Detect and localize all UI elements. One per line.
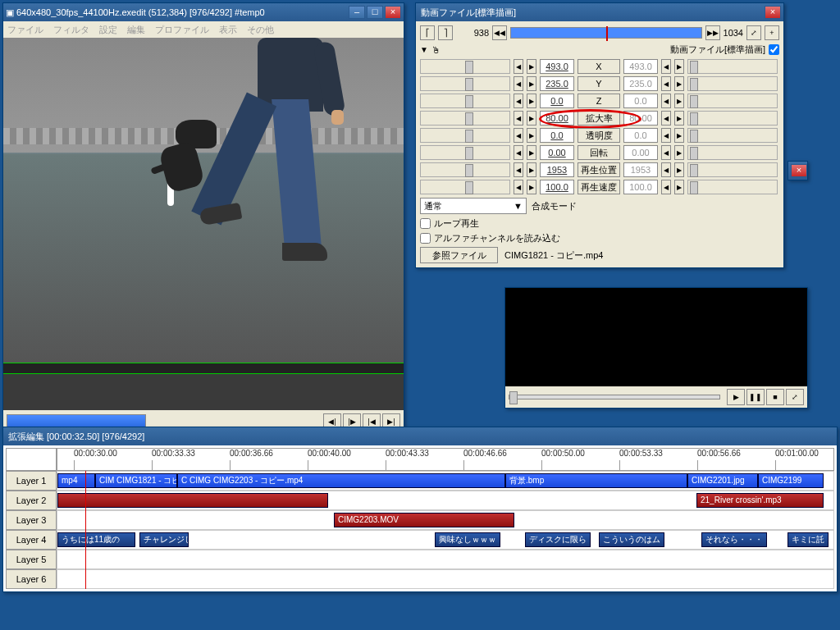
clip[interactable] — [57, 493, 328, 508]
param-label[interactable]: 再生位置 — [578, 162, 620, 177]
ref-file-button[interactable]: 参照ファイル — [420, 247, 498, 263]
layer-track[interactable] — [57, 550, 834, 569]
maximize-button[interactable]: □ — [367, 6, 383, 19]
slider-left[interactable] — [420, 111, 510, 126]
prop-close-button[interactable]: × — [765, 6, 781, 19]
inc-left[interactable]: ▶ — [527, 111, 536, 126]
param-label[interactable]: 拡大率 — [578, 111, 620, 126]
clip[interactable]: ディスクに限ら — [525, 532, 591, 547]
alpha-checkbox-row[interactable]: アルファチャンネルを読み込む — [420, 232, 779, 244]
clip[interactable]: CIMG2203.MOV — [334, 513, 514, 527]
frame-slider[interactable] — [510, 27, 702, 39]
layer-name[interactable]: Layer 6 — [6, 569, 57, 589]
stray-close[interactable]: × — [791, 164, 807, 177]
param-label[interactable]: Z — [578, 94, 620, 108]
dec-left[interactable]: ◀ — [514, 76, 523, 91]
value-right[interactable]: 100.0 — [623, 180, 658, 194]
slider-right[interactable] — [687, 128, 778, 143]
value-left[interactable]: 100.0 — [540, 180, 574, 194]
clip[interactable]: こういうのはム — [599, 532, 664, 547]
param-label[interactable]: Y — [578, 76, 620, 91]
slider-right[interactable] — [687, 111, 778, 126]
player2-display[interactable] — [505, 288, 807, 386]
inc-right[interactable]: ▶ — [674, 128, 684, 143]
dec-left[interactable]: ◀ — [514, 180, 523, 194]
layer-name[interactable]: Layer 1 — [6, 471, 57, 491]
clip[interactable]: チャレンジして — [139, 532, 189, 547]
slider-left[interactable] — [420, 76, 510, 91]
dec-left[interactable]: ◀ — [514, 162, 523, 177]
collapse-icon[interactable]: ▼ — [420, 45, 428, 54]
menu-edit[interactable]: 編集 — [127, 24, 145, 36]
trim-end-button[interactable]: ⎤ — [438, 25, 453, 40]
inc-right[interactable]: ▶ — [674, 94, 684, 108]
dec-right[interactable]: ◀ — [661, 145, 671, 160]
blend-mode-select[interactable]: 通常 ▼ — [420, 198, 527, 214]
inc-right[interactable]: ▶ — [674, 162, 684, 177]
dec-right[interactable]: ◀ — [661, 94, 671, 108]
value-right[interactable]: 80.00 — [623, 111, 658, 126]
inc-left[interactable]: ▶ — [527, 76, 536, 91]
alpha-checkbox[interactable] — [420, 233, 431, 244]
slider-left[interactable] — [420, 94, 510, 108]
slider-left[interactable] — [420, 59, 510, 74]
expand-button[interactable]: ⤢ — [746, 25, 761, 40]
clip[interactable]: 興味なしｗｗｗ — [435, 532, 500, 547]
loop-checkbox[interactable] — [420, 218, 431, 229]
inc-left[interactable]: ▶ — [527, 145, 536, 160]
inc-left[interactable]: ▶ — [527, 128, 536, 143]
layer-track[interactable]: mp4CIM CIMG1821 - コピC CIMG CIMG2203 - コピ… — [57, 471, 834, 491]
player2-slider[interactable] — [509, 395, 720, 399]
video-frame[interactable] — [3, 38, 404, 363]
dec-right[interactable]: ◀ — [661, 76, 671, 91]
loop-checkbox-row[interactable]: ループ再生 — [420, 217, 779, 230]
value-left[interactable]: 1953 — [540, 162, 574, 177]
menu-filter[interactable]: フィルタ — [53, 24, 89, 36]
slider-right[interactable] — [687, 94, 778, 108]
param-label[interactable]: 回転 — [578, 145, 620, 160]
inc-right[interactable]: ▶ — [674, 76, 684, 91]
value-left[interactable]: 0.0 — [540, 128, 574, 143]
layer-name[interactable]: Layer 2 — [6, 491, 57, 510]
dec-right[interactable]: ◀ — [661, 111, 671, 126]
param-label[interactable]: 透明度 — [578, 128, 620, 143]
frame-next[interactable]: ▶▶ — [705, 25, 720, 40]
dec-left[interactable]: ◀ — [514, 128, 523, 143]
fullscreen-button[interactable]: ⤢ — [786, 389, 804, 405]
slider-left[interactable] — [420, 180, 510, 194]
layer-track[interactable]: 21_River crossin'.mp3 — [57, 491, 834, 510]
inc-right[interactable]: ▶ — [674, 145, 684, 160]
slider-left[interactable] — [420, 145, 510, 160]
value-left[interactable]: 493.0 — [540, 59, 574, 74]
frame-prev[interactable]: ◀◀ — [492, 25, 507, 40]
value-right[interactable]: 0.00 — [623, 145, 658, 160]
clip[interactable]: C CIMG CIMG2203 - コピー.mp4 — [177, 473, 505, 488]
playhead[interactable] — [85, 471, 86, 589]
trim-start-button[interactable]: ⎡ — [420, 25, 435, 40]
clip[interactable]: CIM CIMG1821 - コピ — [95, 473, 177, 488]
value-right[interactable]: 1953 — [623, 162, 658, 177]
stop-button[interactable]: ■ — [766, 389, 784, 405]
inc-left[interactable]: ▶ — [527, 162, 536, 177]
value-left[interactable]: 80.00 — [540, 111, 574, 126]
layer-track[interactable]: CIMG2203.MOV — [57, 510, 834, 530]
slider-right[interactable] — [687, 162, 778, 177]
clip[interactable]: mp4 — [57, 473, 95, 488]
close-button[interactable]: × — [385, 6, 401, 19]
value-right[interactable]: 235.0 — [623, 76, 658, 91]
slider-right[interactable] — [687, 145, 778, 160]
play-button[interactable]: ▶ — [727, 389, 745, 405]
layer-track[interactable] — [57, 569, 834, 589]
value-left[interactable]: 0.0 — [540, 94, 574, 108]
menu-view[interactable]: 表示 — [219, 24, 237, 36]
pause-button[interactable]: ❚❚ — [746, 389, 765, 405]
preview-titlebar[interactable]: ▣ 640x480_30fps_44100Hz.exedit (512,384)… — [3, 3, 404, 21]
inc-left[interactable]: ▶ — [527, 180, 536, 194]
prop-titlebar[interactable]: 動画ファイル[標準描画] × — [416, 3, 783, 21]
menu-file[interactable]: ファイル — [7, 24, 43, 36]
value-right[interactable]: 0.0 — [623, 94, 658, 108]
value-left[interactable]: 0.00 — [540, 145, 574, 160]
slider-right[interactable] — [687, 76, 778, 91]
dec-left[interactable]: ◀ — [514, 145, 523, 160]
timeline-titlebar[interactable]: 拡張編集 [00:00:32.50] [976/4292] — [3, 427, 837, 445]
